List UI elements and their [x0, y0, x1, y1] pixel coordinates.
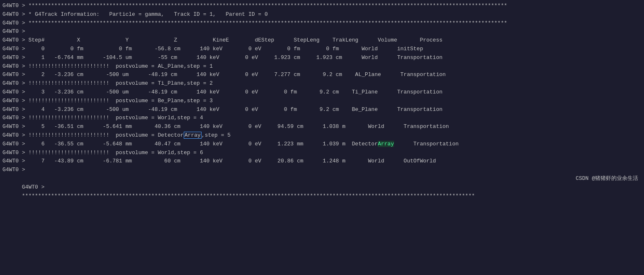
step-data: 1 -6.764 mm -104.5 um -55 cm 140 keV 0 e…	[28, 54, 442, 62]
separator-line: ****************************************…	[28, 2, 507, 10]
table-header: Step# X Y Z KineE dEStep StepLeng TrakLe…	[28, 36, 442, 45]
prefix: G4WT0 >	[2, 114, 28, 123]
prefix: G4WT0 >	[2, 2, 28, 10]
event-data: !!!!!!!!!!!!!!!!!!!!!!!!! postvolume = B…	[28, 97, 213, 106]
line-event-world4: G4WT0 > !!!!!!!!!!!!!!!!!!!!!!!!! postvo…	[0, 114, 644, 123]
prefix: G4WT0 >	[2, 157, 28, 166]
event-data: !!!!!!!!!!!!!!!!!!!!!!!!! postvolume = T…	[28, 79, 213, 88]
line-event-detector5: G4WT0 > !!!!!!!!!!!!!!!!!!!!!!!!! postvo…	[0, 131, 644, 140]
line-track-info: G4WT0 > * G4Track Information: Particle …	[0, 10, 644, 19]
prefix: G4WT0 >	[22, 184, 48, 190]
step-data: 3 -3.236 cm -500 um -48.19 cm 140 keV 0 …	[28, 88, 442, 97]
line-empty-1: G4WT0 >	[0, 27, 644, 36]
line-step-4: G4WT0 > 4 -3.236 cm -500 um -48.19 cm 14…	[0, 106, 644, 114]
event-data: !!!!!!!!!!!!!!!!!!!!!!!!! postvolume = W…	[28, 149, 203, 157]
line-event-ti: G4WT0 > !!!!!!!!!!!!!!!!!!!!!!!!! postvo…	[0, 79, 644, 88]
final-separator: ****************************************…	[22, 193, 475, 199]
line-separator-2: G4WT0 > ********************************…	[0, 19, 644, 28]
prefix: G4WT0 >	[2, 97, 28, 106]
track-info: * G4Track Information: Particle = gamma,…	[28, 10, 267, 19]
array-highlight-box: Array	[184, 132, 202, 139]
prefix: G4WT0 >	[2, 131, 28, 140]
line-separator-1: G4WT0 > ********************************…	[0, 2, 644, 10]
line-step-6: G4WT0 > 6 -36.55 cm -5.648 mm 40.47 cm 1…	[0, 140, 644, 149]
line-step-7: G4WT0 > 7 -43.89 cm -6.781 mm 60 cm 140 …	[0, 157, 644, 166]
line-event-be: G4WT0 > !!!!!!!!!!!!!!!!!!!!!!!!! postvo…	[0, 97, 644, 106]
event-data: !!!!!!!!!!!!!!!!!!!!!!!!! postvolume = D…	[28, 131, 231, 140]
prefix: G4WT0 >	[2, 36, 28, 45]
line-event-world6: G4WT0 > !!!!!!!!!!!!!!!!!!!!!!!!! postvo…	[0, 149, 644, 157]
line-separator-final: G4WT0 > ********************************…	[0, 174, 644, 209]
prefix: G4WT0 >	[2, 45, 28, 54]
step-data: 2 -3.236 cm -500 um -48.19 cm 140 keV 0 …	[28, 71, 445, 79]
prefix: G4WT0 >	[2, 88, 28, 97]
separator-prefix-content: G4WT0 > ********************************…	[2, 174, 475, 209]
step-data: 5 -36.51 cm -5.641 mm 40.36 cm 140 keV 0…	[28, 123, 449, 131]
array-highlight-green: Array	[378, 141, 394, 147]
step-data: 0 0 fm 0 fm -56.8 cm 140 keV 0 eV 0 fm 0…	[28, 45, 423, 54]
prefix: G4WT0 >	[2, 19, 28, 28]
event-data: !!!!!!!!!!!!!!!!!!!!!!!!! postvolume = A…	[28, 62, 213, 71]
prefix: G4WT0 >	[2, 123, 28, 131]
line-step-2: G4WT0 > 2 -3.236 cm -500 um -48.19 cm 14…	[0, 71, 644, 79]
line-event-al: G4WT0 > !!!!!!!!!!!!!!!!!!!!!!!!! postvo…	[0, 62, 644, 71]
csdn-watermark: CSDN @猪猪虾的业余生活	[576, 174, 642, 183]
line-step-0: G4WT0 > 0 0 fm 0 fm -56.8 cm 140 keV 0 e…	[0, 45, 644, 54]
terminal-window: G4WT0 > ********************************…	[0, 0, 644, 275]
prefix: G4WT0 >	[2, 79, 28, 88]
line-step-1: G4WT0 > 1 -6.764 mm -104.5 um -55 cm 140…	[0, 54, 644, 62]
line-header: G4WT0 > Step# X Y Z KineE dEStep StepLen…	[0, 36, 644, 45]
line-step-3: G4WT0 > 3 -3.236 cm -500 um -48.19 cm 14…	[0, 88, 644, 97]
line-empty-2: G4WT0 >	[0, 166, 644, 174]
event-data: !!!!!!!!!!!!!!!!!!!!!!!!! postvolume = W…	[28, 114, 203, 123]
prefix: G4WT0 >	[2, 149, 28, 157]
step-data: 4 -3.236 cm -500 um -48.19 cm 140 keV 0 …	[28, 106, 442, 114]
step-data: 6 -36.55 cm -5.648 mm 40.47 cm 140 keV 0…	[28, 140, 459, 149]
prefix: G4WT0 >	[2, 54, 28, 62]
prefix: G4WT0 >	[2, 10, 28, 19]
step-data: 7 -43.89 cm -6.781 mm 60 cm 140 keV 0 eV…	[28, 157, 436, 166]
line-step-5: G4WT0 > 5 -36.51 cm -5.641 mm 40.36 cm 1…	[0, 123, 644, 131]
prefix: G4WT0 >	[2, 140, 28, 149]
prefix: G4WT0 >	[2, 71, 28, 79]
prefix: G4WT0 >	[2, 27, 28, 36]
prefix: G4WT0 >	[2, 166, 28, 174]
separator-line: ****************************************…	[28, 19, 507, 28]
prefix: G4WT0 >	[2, 106, 28, 114]
prefix: G4WT0 >	[2, 62, 28, 71]
